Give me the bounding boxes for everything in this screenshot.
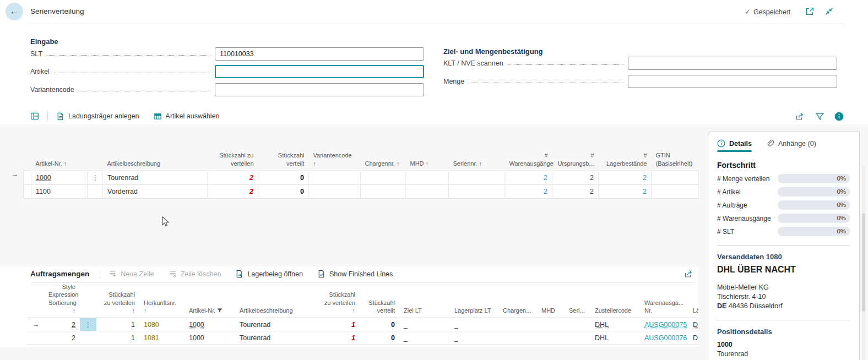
open-in-new-window-icon[interactable]: [805, 7, 815, 16]
menge-input[interactable]: [628, 75, 837, 88]
share-icon[interactable]: [684, 269, 694, 279]
lagerbestaende-link[interactable]: 2: [643, 174, 647, 182]
details-panel: Details Anhänge (0) Fortschritt # Menge …: [708, 131, 860, 360]
ladungstraeger-anlegen-button[interactable]: Ladungsträger anlegen: [56, 112, 139, 121]
col-laendercode[interactable]: Lä...: [688, 283, 698, 318]
progress-bar: 0%: [778, 200, 850, 210]
col-herkunftsnr[interactable]: Herkunftsnr. ↑: [139, 283, 185, 318]
zustellercode-link[interactable]: DHL: [595, 321, 609, 329]
info-icon[interactable]: [834, 112, 844, 121]
document-add-icon: [56, 112, 64, 121]
col-chargennr[interactable]: Chargennr. ↑: [361, 129, 406, 171]
progress-list: # Menge verteilen 0% # Artikel 0% # Auft…: [717, 174, 850, 236]
table-row[interactable]: 1000 ⋮ Tourenrad 2 0 2 2 2: [24, 171, 699, 185]
col-stueckzahl-verteilt[interactable]: Stückzahl verteilt: [258, 129, 309, 171]
show-finished-lines-button[interactable]: Show Finished Lines: [317, 270, 393, 278]
action-bar: Ladungsträger anlegen Artikel auswählen: [30, 108, 844, 124]
col-lagerbestaende[interactable]: # Lagerbestände: [599, 129, 652, 171]
col-mhd[interactable]: MHD ↑: [406, 129, 449, 171]
zeile-loeschen-button[interactable]: Zeile löschen: [169, 270, 221, 278]
col-stueckzahl-zu-verteilen-links[interactable]: Stückzahl zu verteilen ↑: [96, 283, 139, 318]
table-row[interactable]: 2 1 1081 1000 Tourenrad 1 0 _ _ DHL AUSG…: [28, 331, 698, 345]
col-style-expression-sortierung[interactable]: Style Expression Sortierung ↑: [44, 283, 80, 318]
artikelbeschreibung-cell: Vorderrad: [103, 185, 208, 199]
row-menu-icon[interactable]: ⋮: [85, 321, 91, 329]
table-row[interactable]: 1100 Vorderrad 2 0 2 2 2: [24, 185, 699, 199]
ursprungsbelege-value: 2: [552, 185, 599, 199]
row-menu-icon[interactable]: ⋮: [92, 174, 99, 182]
saved-label: Gespeichert: [753, 8, 790, 16]
col-ursprungsbelege[interactable]: # Ursprungsb...: [552, 129, 599, 171]
col-variantencode[interactable]: Variantencode ↑: [309, 129, 361, 171]
artikel-auswaehlen-button[interactable]: Artikel auswählen: [154, 112, 220, 121]
artikel-nr-cell[interactable]: 1000: [185, 331, 235, 345]
sortierung-value[interactable]: 2: [72, 321, 75, 329]
back-button[interactable]: ←: [6, 3, 23, 20]
col-ziel-lt[interactable]: Ziel LT: [399, 283, 450, 318]
tab-details[interactable]: Details: [717, 139, 752, 152]
warenausgaenge-link[interactable]: 2: [544, 174, 547, 182]
col-seri[interactable]: Seri...: [565, 283, 590, 318]
lagerbestaende-link[interactable]: 2: [643, 188, 647, 195]
klt-nve-input[interactable]: [628, 57, 837, 70]
slt-label: SLT: [30, 50, 42, 58]
slt-input[interactable]: [215, 47, 424, 61]
col-stueckzahl-verteilt[interactable]: Stückzahl verteilt: [360, 283, 399, 318]
zu-verteilen-value: 2: [249, 174, 253, 182]
col-artikel-nr[interactable]: Artikel-Nr. ↑: [31, 129, 88, 171]
lagerplatz-lt-value: _: [450, 318, 498, 331]
details-panel-tabs: Details Anhänge (0): [717, 139, 850, 152]
col-warenausgang-nr[interactable]: Warenausga... Nr.: [640, 283, 688, 318]
active-tab-indicator: [717, 150, 752, 152]
col-artikelbeschreibung[interactable]: Artikelbeschreibung: [103, 129, 208, 171]
col-chargen[interactable]: Chargen...: [498, 283, 537, 318]
col-artikelbeschreibung[interactable]: Artikelbeschreibung: [235, 283, 318, 318]
artikel-nr-link[interactable]: 1000: [189, 321, 204, 329]
dotted-leader: [47, 55, 210, 56]
neue-zeile-button[interactable]: Neue Zeile: [109, 270, 154, 278]
progress-label: # SLT: [717, 228, 734, 236]
collapse-icon[interactable]: [824, 7, 834, 16]
divider: [100, 270, 100, 279]
col-stueckzahl-zu-verteilen[interactable]: Stückzahl zu verteilen ↑: [318, 283, 360, 318]
artikel-label: Artikel: [30, 68, 50, 75]
col-warenausgaenge[interactable]: # Warenausgänge: [505, 129, 552, 171]
field-row-klt-nve: KLT / NVE scannen: [443, 57, 837, 70]
artikel-nr-cell[interactable]: 1100: [31, 185, 88, 199]
auftragsmengen-section: Auftragsmengen Neue Zeile Zeile löschen …: [0, 265, 698, 347]
col-artikel-nr[interactable]: Artikel-Nr.: [185, 283, 235, 318]
artikel-nr-link[interactable]: 1000: [36, 174, 51, 182]
col-gtin[interactable]: GTIN (Basiseinheit): [652, 129, 699, 171]
table-row[interactable]: → 2 ⋮ 1 1080 1000 Tourenrad 1 0 _ _ DHL …: [28, 318, 698, 331]
divider: [717, 245, 850, 246]
verteilt-value: 0: [300, 174, 304, 182]
progress-row: # Artikel 0%: [717, 187, 850, 197]
col-stueckzahl-zu-verteilen[interactable]: Stückzahl zu verteilen: [208, 129, 258, 171]
variantencode-input[interactable]: [215, 83, 424, 96]
warenausgang-nr-link[interactable]: AUSG000076: [644, 334, 687, 342]
share-icon[interactable]: [795, 112, 805, 121]
progress-row: # Menge verteilen 0%: [717, 174, 850, 183]
board-layout-icon[interactable]: [30, 112, 39, 121]
filter-icon[interactable]: [815, 112, 824, 121]
check-icon: ✓: [745, 8, 751, 16]
col-zustellercode[interactable]: Zustellercode: [590, 283, 640, 318]
laendercode-link[interactable]: DE: [693, 321, 698, 329]
col-seriennr[interactable]: Seriennr. ↑: [449, 129, 505, 171]
column-filter-icon: [217, 308, 223, 313]
warenausgang-nr-link[interactable]: AUSG000075: [644, 321, 687, 329]
col-mhd[interactable]: MHD: [537, 283, 565, 318]
main-table: Artikel-Nr. ↑ Artikelbeschreibung Stückz…: [23, 129, 699, 199]
mouse-cursor: [162, 216, 170, 227]
zustellercode-value: DHL: [590, 331, 640, 345]
warenausgaenge-link[interactable]: 2: [544, 188, 547, 195]
active-row-arrow-icon: →: [32, 320, 39, 329]
col-lagerplatz-lt[interactable]: Lagerplatz LT: [450, 283, 498, 318]
lagerbeleg-oeffnen-button[interactable]: Lagerbeleg öffnen: [235, 270, 303, 278]
dotted-leader: [508, 64, 623, 65]
scrollbar-thumb[interactable]: [862, 214, 865, 312]
artikel-input[interactable]: [215, 65, 424, 78]
row-delete-icon: [169, 270, 177, 278]
field-row-slt: SLT: [30, 47, 424, 61]
tab-anhaenge[interactable]: Anhänge (0): [766, 139, 816, 152]
